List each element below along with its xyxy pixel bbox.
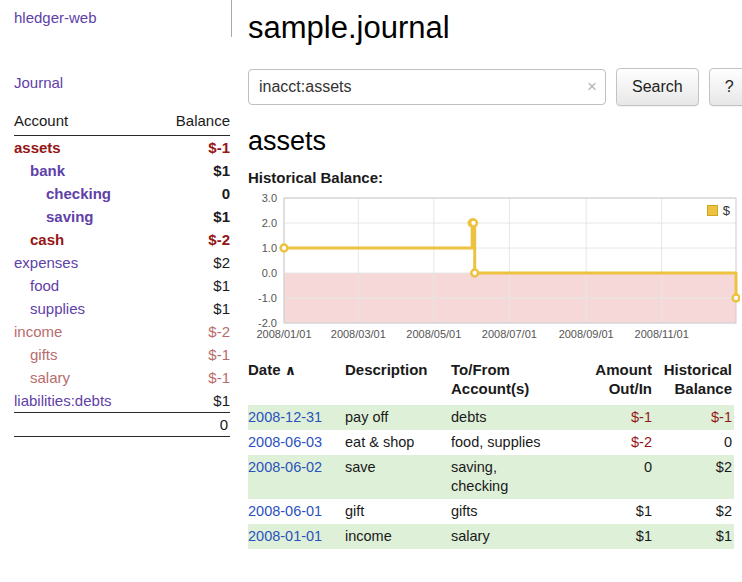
chart-title: Historical Balance:: [248, 169, 742, 186]
svg-text:2008/07/01: 2008/07/01: [482, 328, 537, 340]
account-balance: $1: [153, 274, 230, 297]
account-balance: $1: [153, 159, 230, 182]
transaction-date-link[interactable]: 2008-06-03: [248, 434, 322, 450]
transaction-date-cell: 2008-12-31: [248, 405, 345, 430]
transaction-date-link[interactable]: 2008-01-01: [248, 528, 322, 544]
transaction-accounts: saving, checking: [451, 455, 582, 499]
register-header-date[interactable]: Date ∧: [248, 358, 345, 405]
account-row: checking0: [14, 182, 230, 205]
accounts-header-balance: Balance: [153, 110, 230, 136]
account-row: food$1: [14, 274, 230, 297]
account-row: supplies$1: [14, 297, 230, 320]
transaction-balance: $2: [654, 455, 734, 499]
accounts-header-row: Account Balance: [14, 110, 230, 136]
account-link[interactable]: supplies: [30, 300, 85, 317]
transaction-date-link[interactable]: 2008-06-01: [248, 503, 322, 519]
register-header-amount: Amount Out/In: [582, 358, 654, 405]
account-link[interactable]: bank: [30, 162, 65, 179]
date-header-label: Date: [248, 361, 281, 378]
account-row: saving$1: [14, 205, 230, 228]
transaction-accounts: salary: [451, 524, 582, 549]
main-content: sample.journal × Search ? assets Histori…: [232, 0, 742, 549]
account-balance: $-1: [153, 366, 230, 389]
account-balance: $1: [153, 297, 230, 320]
transaction-amount: $1: [582, 524, 654, 549]
svg-text:2008/03/01: 2008/03/01: [331, 328, 386, 340]
svg-text:2008/11/01: 2008/11/01: [635, 328, 689, 340]
help-button[interactable]: ?: [709, 68, 742, 106]
account-link[interactable]: salary: [30, 369, 70, 386]
transaction-date-cell: 2008-06-02: [248, 455, 345, 499]
register-row: 2008-06-03eat & shopfood, supplies$-20: [248, 430, 734, 455]
account-link[interactable]: gifts: [30, 346, 58, 363]
sidebar-item-journal[interactable]: Journal: [14, 74, 63, 91]
transaction-description: gift: [345, 499, 451, 524]
svg-text:1.0: 1.0: [262, 242, 277, 254]
sort-ascending-icon: ∧: [285, 362, 296, 378]
transaction-accounts: debts: [451, 405, 582, 430]
account-link[interactable]: checking: [46, 185, 111, 202]
brand-link[interactable]: hledger-web: [14, 9, 97, 26]
register-header-row: Date ∧ Description To/From Account(s) Am…: [248, 358, 734, 405]
account-link[interactable]: assets: [14, 139, 61, 156]
svg-text:3.0: 3.0: [262, 192, 277, 204]
account-balance: $1: [153, 389, 230, 413]
search-input[interactable]: [248, 69, 606, 105]
account-balance: $-2: [153, 228, 230, 251]
account-heading: assets: [248, 126, 742, 157]
legend-swatch-icon: [707, 205, 718, 216]
transaction-date-cell: 2008-01-01: [248, 524, 345, 549]
transaction-amount: $-1: [582, 405, 654, 430]
chart-legend: $: [703, 201, 734, 220]
accounts-table: Account Balance assets$-1bank$1checking0…: [14, 110, 230, 437]
legend-label: $: [723, 203, 730, 218]
transaction-date-cell: 2008-06-03: [248, 430, 345, 455]
register-row: 2008-01-01incomesalary$1$1: [248, 524, 734, 549]
account-link[interactable]: food: [30, 277, 59, 294]
register-header-accounts: To/From Account(s): [451, 358, 582, 405]
clear-icon[interactable]: ×: [587, 78, 597, 95]
account-link[interactable]: liabilities:debts: [14, 392, 112, 409]
register-row: 2008-06-01giftgifts$1$2: [248, 499, 734, 524]
transaction-balance: 0: [654, 430, 734, 455]
register-body: 2008-12-31pay offdebts$-1$-12008-06-03ea…: [248, 405, 734, 549]
search-button[interactable]: Search: [616, 68, 699, 106]
account-row: expenses$2: [14, 251, 230, 274]
account-link[interactable]: cash: [30, 231, 64, 248]
account-balance: $-1: [153, 136, 230, 160]
accounts-total-spacer: [14, 413, 153, 437]
transaction-date-link[interactable]: 2008-06-02: [248, 459, 322, 475]
register-row: 2008-12-31pay offdebts$-1$-1: [248, 405, 734, 430]
sidebar: hledger-web Journal Account Balance asse…: [0, 0, 232, 549]
register-table: Date ∧ Description To/From Account(s) Am…: [248, 358, 734, 549]
transaction-description: save: [345, 455, 451, 499]
account-row: gifts$-1: [14, 343, 230, 366]
transaction-balance: $1: [654, 524, 734, 549]
search-box: ×: [248, 69, 606, 105]
account-balance: $-1: [153, 343, 230, 366]
account-link[interactable]: income: [14, 323, 62, 340]
search-bar: × Search ?: [248, 68, 742, 106]
transaction-accounts: gifts: [451, 499, 582, 524]
transaction-accounts: food, supplies: [451, 430, 582, 455]
register-header-description: Description: [345, 358, 451, 405]
accounts-total-row: 0: [14, 413, 230, 437]
transaction-description: income: [345, 524, 451, 549]
register-header-balance: Historical Balance: [654, 358, 734, 405]
accounts-header-account: Account: [14, 110, 153, 136]
account-balance: $-2: [153, 320, 230, 343]
transaction-date-link[interactable]: 2008-12-31: [248, 409, 322, 425]
transaction-date-cell: 2008-06-01: [248, 499, 345, 524]
accounts-body: assets$-1bank$1checking0saving$1cash$-2e…: [14, 136, 230, 413]
account-link[interactable]: saving: [46, 208, 94, 225]
balance-chart: 3.02.01.00.0-1.0-2.02008/01/012008/03/01…: [248, 192, 740, 344]
svg-text:-1.0: -1.0: [258, 292, 277, 304]
svg-text:2008/05/01: 2008/05/01: [406, 328, 461, 340]
account-balance: $1: [153, 205, 230, 228]
svg-text:2008/09/01: 2008/09/01: [559, 328, 614, 340]
account-link[interactable]: expenses: [14, 254, 78, 271]
svg-text:0.0: 0.0: [262, 267, 277, 279]
transaction-description: pay off: [345, 405, 451, 430]
page: hledger-web Journal Account Balance asse…: [0, 0, 742, 549]
transaction-description: eat & shop: [345, 430, 451, 455]
